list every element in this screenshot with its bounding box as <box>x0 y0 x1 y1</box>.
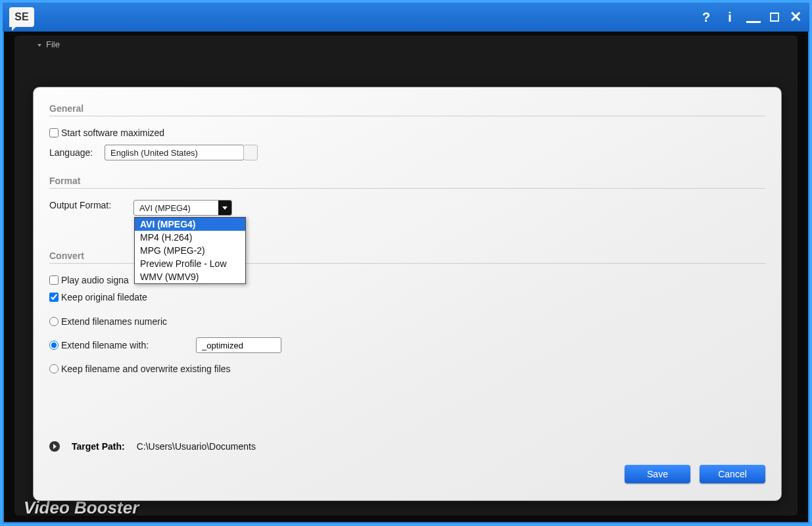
format-option[interactable]: AVI (MPEG4) <box>135 218 245 231</box>
save-button[interactable]: Save <box>625 465 690 483</box>
extend-with-row[interactable]: Extend filename with: <box>49 340 149 350</box>
start-maximized-checkbox[interactable] <box>49 128 59 137</box>
start-maximized-label: Start software maximized <box>61 128 164 138</box>
keep-overwrite-radio[interactable] <box>49 364 59 373</box>
info-button[interactable]: i <box>723 10 737 24</box>
keep-filedate-row[interactable]: Keep original filedate <box>49 292 147 302</box>
section-general-title: General <box>49 103 765 116</box>
extend-with-radio[interactable] <box>49 341 59 350</box>
keep-overwrite-row[interactable]: Keep filename and overwrite existing fil… <box>49 364 231 374</box>
format-option[interactable]: MPG (MPEG-2) <box>135 244 245 257</box>
target-path-label: Target Path: <box>72 441 125 452</box>
arrow-right-icon[interactable] <box>49 441 60 452</box>
cancel-button[interactable]: Cancel <box>700 465 765 483</box>
app-body: File Video Booster General Start softwar… <box>3 32 809 523</box>
output-format-select[interactable]: AVI (MPEG4) AVI (MPEG4) MP4 (H.264) MPG … <box>133 200 232 216</box>
keep-filedate-checkbox[interactable] <box>49 293 59 302</box>
chevron-down-icon[interactable] <box>243 145 258 160</box>
language-select[interactable]: English (United States) <box>105 145 244 160</box>
extend-numeric-radio[interactable] <box>49 317 59 326</box>
close-button[interactable]: ✕ <box>788 10 803 24</box>
minimize-button[interactable] <box>746 18 761 23</box>
keep-filedate-label: Keep original filedate <box>61 292 147 302</box>
settings-dialog: General Start software maximized Languag… <box>33 87 782 501</box>
extend-numeric-row[interactable]: Extend filenames numeric <box>49 316 167 327</box>
window-controls: ? i ✕ <box>699 10 803 24</box>
target-path-row: Target Path: C:\Users\Usuario\Documents <box>49 441 765 465</box>
extend-with-input[interactable] <box>196 337 281 353</box>
format-option[interactable]: Preview Profile - Low <box>135 257 245 270</box>
output-format-value: AVI (MPEG4) <box>139 203 191 213</box>
help-button[interactable]: ? <box>699 10 713 24</box>
language-select-value: English (United States) <box>110 148 198 158</box>
play-audio-row[interactable]: Play audio signa <box>49 275 129 285</box>
play-audio-checkbox[interactable] <box>49 275 59 285</box>
output-format-label: Output Format: <box>49 200 133 210</box>
play-audio-label: Play audio signa <box>61 275 129 285</box>
language-label: Language: <box>49 147 105 158</box>
section-format-title: Format <box>49 176 765 189</box>
extend-numeric-label: Extend filenames numeric <box>61 316 167 327</box>
format-option[interactable]: MP4 (H.264) <box>135 231 245 244</box>
titlebar: SE ? i ✕ <box>3 3 809 32</box>
app-logo: SE <box>9 7 34 27</box>
chevron-down-icon[interactable] <box>218 201 231 215</box>
dialog-button-row: Save Cancel <box>49 465 765 489</box>
maximize-button[interactable] <box>770 12 779 22</box>
file-menu[interactable]: File <box>14 36 798 53</box>
extend-with-label: Extend filename with: <box>61 340 149 350</box>
start-maximized-row[interactable]: Start software maximized <box>49 128 164 138</box>
format-option[interactable]: WMV (WMV9) <box>135 270 245 283</box>
app-window: SE ? i ✕ File Video Booster General Star… <box>0 0 812 526</box>
target-path-value: C:\Users\Usuario\Documents <box>137 441 256 452</box>
keep-overwrite-label: Keep filename and overwrite existing fil… <box>61 364 231 374</box>
output-format-dropdown: AVI (MPEG4) MP4 (H.264) MPG (MPEG-2) Pre… <box>134 217 246 284</box>
